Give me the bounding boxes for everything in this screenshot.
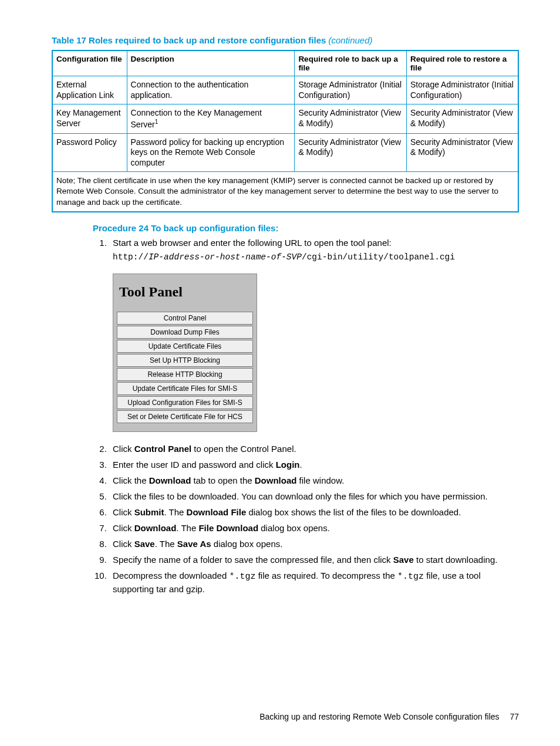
mono: *.tgz xyxy=(397,572,424,582)
cell-config-file: Key Management Server xyxy=(52,104,127,134)
release-http-blocking-button[interactable]: Release HTTP Blocking xyxy=(117,368,253,381)
step-5: Click the files to be downloaded. You ca… xyxy=(109,490,519,502)
t: Click the xyxy=(113,475,149,485)
t: tab to open the xyxy=(191,475,254,485)
bold: Download xyxy=(255,475,297,485)
t: dialog box shows the list of the files t… xyxy=(246,507,461,517)
t: . The xyxy=(164,507,187,517)
t: Specify the name of a folder to save the… xyxy=(113,555,393,565)
mono: *.tgz xyxy=(229,572,255,582)
update-certificate-files-button[interactable]: Update Certificate Files xyxy=(117,340,253,353)
footer-text: Backing up and restoring Remote Web Cons… xyxy=(259,712,499,721)
url-post: /cgi-bin/utility/toolpanel.cgi xyxy=(302,252,455,262)
tool-panel: Tool Panel Control Panel Download Dump F… xyxy=(113,274,257,432)
t: file as required. To decompress the xyxy=(255,571,397,580)
t: file window. xyxy=(296,475,344,485)
t: Click xyxy=(113,507,134,517)
t: . xyxy=(299,460,302,470)
t: dialog box opens. xyxy=(258,523,330,533)
url-pre: http:// xyxy=(113,252,149,262)
table-note: Note; The client certificate in use when… xyxy=(52,172,518,212)
cell-backup-role: Security Administrator (View & Modify) xyxy=(295,104,407,134)
t: Click xyxy=(113,523,134,533)
table-row: Password Policy Password policy for back… xyxy=(52,133,518,172)
cell-description: Connection to the Key Management Server1 xyxy=(127,104,295,134)
bold: Login xyxy=(276,460,300,470)
cell-restore-role: Security Administrator (View & Modify) xyxy=(406,104,518,134)
table-row: Key Management Server Connection to the … xyxy=(52,104,518,134)
footnote-marker: 1 xyxy=(155,119,158,125)
t: Click xyxy=(113,444,134,454)
set-up-http-blocking-button[interactable]: Set Up HTTP Blocking xyxy=(117,354,253,367)
cell-config-file: Password Policy xyxy=(52,133,127,172)
bold: Submit xyxy=(134,507,164,517)
t: dialog box opens. xyxy=(211,539,283,549)
bold: Download xyxy=(149,475,191,485)
step-2: Click Control Panel to open the Control … xyxy=(109,443,519,455)
cell-config-file: External Application Link xyxy=(52,76,127,104)
desc-text: Connection to the Key Management Server xyxy=(131,108,262,129)
cell-description: Connection to the authentication applica… xyxy=(127,76,295,104)
step-6: Click Submit. The Download File dialog b… xyxy=(109,506,519,518)
bold: Control Panel xyxy=(134,444,192,454)
cell-backup-role: Storage Administrator (Initial Configura… xyxy=(295,76,407,104)
update-certificate-smis-button[interactable]: Update Certificate Files for SMI-S xyxy=(117,382,253,395)
table-note-row: Note; The client certificate in use when… xyxy=(52,172,518,212)
bold: Save xyxy=(393,555,414,565)
step-9: Specify the name of a folder to save the… xyxy=(109,553,519,566)
tool-panel-screenshot: Tool Panel Control Panel Download Dump F… xyxy=(113,274,519,432)
table-title-text: Table 17 Roles required to back up and r… xyxy=(52,35,329,45)
col-description: Description xyxy=(127,50,295,76)
step-text: Start a web browser and enter the follow… xyxy=(113,238,392,248)
upload-config-smis-button[interactable]: Upload Configuration Files for SMI-S xyxy=(117,396,253,409)
t: to start downloading. xyxy=(414,555,498,565)
set-delete-cert-hcs-button[interactable]: Set or Delete Certificate File for HCS xyxy=(117,410,253,423)
table-title-continued: (continued) xyxy=(329,35,373,45)
page-number: 77 xyxy=(510,712,519,721)
table-title: Table 17 Roles required to back up and r… xyxy=(52,35,519,45)
t: Click xyxy=(113,539,134,549)
procedure-steps: Start a web browser and enter the follow… xyxy=(93,237,519,595)
step-url: http://IP-address-or-host-name-of-SVP/cg… xyxy=(113,251,519,263)
t: . The xyxy=(176,523,198,533)
procedure-title: Procedure 24 To back up configuration fi… xyxy=(93,223,519,233)
url-host: IP-address-or-host-name-of-SVP xyxy=(149,252,302,262)
bold: Save xyxy=(134,539,155,549)
col-config-file: Configuration file xyxy=(52,50,127,76)
page-footer: Backing up and restoring Remote Web Cons… xyxy=(259,712,519,721)
t: Decompress the downloaded xyxy=(113,571,229,580)
cell-description: Password policy for backing up encryptio… xyxy=(127,133,295,172)
step-7: Click Download. The File Download dialog… xyxy=(109,522,519,534)
table-header-row: Configuration file Description Required … xyxy=(52,50,518,76)
t: . The xyxy=(155,539,177,549)
col-restore-role: Required role to restore a file xyxy=(406,50,518,76)
col-backup-role: Required role to back up a file xyxy=(295,50,407,76)
bold: Download xyxy=(134,523,177,533)
t: Enter the user ID and password and click xyxy=(113,460,276,470)
cell-restore-role: Security Administrator (View & Modify) xyxy=(406,133,518,172)
step-4: Click the Download tab to open the Downl… xyxy=(109,474,519,487)
step-10: Decompress the downloaded *.tgz file as … xyxy=(109,569,519,595)
control-panel-button[interactable]: Control Panel xyxy=(117,312,253,325)
bold: File Download xyxy=(198,523,258,533)
config-table: Configuration file Description Required … xyxy=(52,50,519,212)
step-3: Enter the user ID and password and click… xyxy=(109,458,519,471)
bold: Save As xyxy=(177,539,211,549)
step-8: Click Save. The Save As dialog box opens… xyxy=(109,538,519,550)
table-row: External Application Link Connection to … xyxy=(52,76,518,104)
cell-restore-role: Storage Administrator (Initial Configura… xyxy=(406,76,518,104)
download-dump-files-button[interactable]: Download Dump Files xyxy=(117,326,253,339)
t: to open the Control Panel. xyxy=(191,444,296,454)
cell-backup-role: Security Administrator (View & Modify) xyxy=(295,133,407,172)
bold: Download File xyxy=(187,507,247,517)
step-1: Start a web browser and enter the follow… xyxy=(109,237,519,432)
tool-panel-title: Tool Panel xyxy=(119,282,253,302)
